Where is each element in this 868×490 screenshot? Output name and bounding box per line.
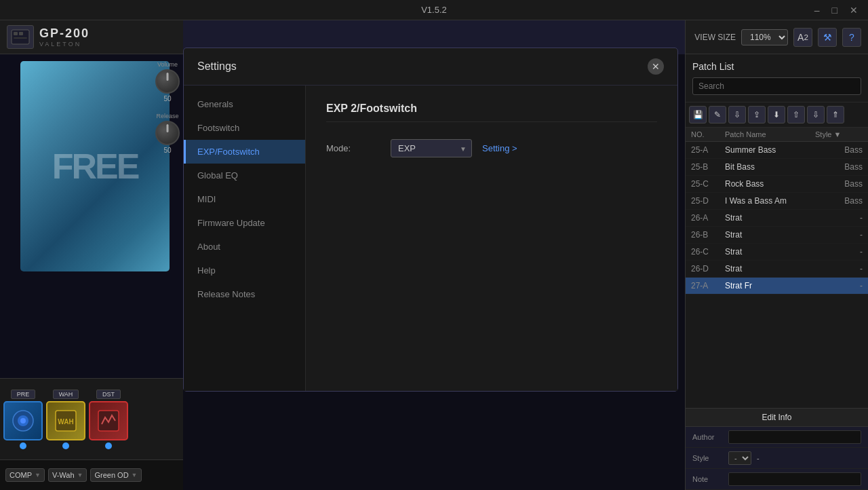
- view-size-wrapper[interactable]: 110% 100% 90%: [741, 29, 788, 45]
- settings-nav: Generals Footswitch EXP/Footswitch Globa…: [184, 86, 306, 391]
- table-row[interactable]: 26-B Strat -: [686, 227, 868, 244]
- nav-release-notes[interactable]: Release Notes: [184, 282, 305, 306]
- volume-knob[interactable]: [155, 69, 180, 94]
- mode-select-wrapper[interactable]: EXP Footswitch ▼: [391, 139, 472, 157]
- table-row[interactable]: 25-B Bit Bass Bass: [686, 159, 868, 176]
- svg-rect-1: [14, 32, 18, 35]
- right-panel: VIEW SIZE 110% 100% 90% A2 ⚒ ? Patch Lis…: [685, 20, 868, 490]
- setting-link[interactable]: Setting >: [482, 143, 517, 153]
- dst-dropdown[interactable]: Green OD ▼: [90, 468, 141, 482]
- nav-midi[interactable]: MIDI: [184, 187, 305, 211]
- author-input[interactable]: [728, 430, 861, 444]
- logo-sub-text: VALETON: [39, 41, 90, 48]
- release-knob[interactable]: [155, 121, 180, 145]
- effect-dst-icon[interactable]: [89, 401, 128, 440]
- view-size-select[interactable]: 110% 100% 90%: [741, 29, 788, 45]
- device-text: FREE: [52, 146, 138, 187]
- nav-help[interactable]: Help: [184, 259, 305, 282]
- nav-generals[interactable]: Generals: [184, 92, 305, 116]
- knob-area: Volume 50 Release 50: [155, 61, 180, 154]
- dst-arrow: ▼: [132, 472, 138, 478]
- settings-dialog: Settings ✕ Generals Footswitch EXP/Foots…: [183, 48, 678, 392]
- table-row[interactable]: 25-D I Was a Bass Am Bass: [686, 193, 868, 210]
- nav-footswitch[interactable]: Footswitch: [184, 116, 305, 140]
- effects-row: PRE WAH WAH: [0, 378, 183, 459]
- release-label: Release: [156, 113, 178, 119]
- export-icon[interactable]: ⇪: [748, 106, 766, 124]
- effect-pre-dot: [20, 442, 26, 449]
- nav-firmware-update[interactable]: Firmware Update: [184, 211, 305, 235]
- move-up-icon[interactable]: ⇧: [787, 106, 805, 124]
- effect-wah-icon[interactable]: WAH: [46, 401, 85, 440]
- search-input[interactable]: [692, 77, 861, 95]
- nav-exp-footswitch[interactable]: EXP/Footswitch: [184, 140, 305, 164]
- style-select[interactable]: -: [728, 451, 751, 465]
- right-header: VIEW SIZE 110% 100% 90% A2 ⚒ ?: [686, 20, 868, 54]
- svg-rect-2: [19, 32, 23, 35]
- bottom-controls: COMP ▼ V-Wah ▼ Green OD ▼: [0, 459, 183, 490]
- effect-wah-label: WAH: [53, 390, 79, 399]
- svg-rect-3: [14, 37, 27, 39]
- volume-label: Volume: [157, 61, 178, 68]
- col-style[interactable]: Style ▼: [815, 130, 863, 138]
- table-row[interactable]: 25-C Rock Bass Bass: [686, 176, 868, 193]
- maximize-button[interactable]: □: [829, 3, 841, 17]
- effect-dst-label: DST: [96, 390, 121, 399]
- sort-icon: ▼: [833, 130, 841, 138]
- table-row[interactable]: 26-D Strat -: [686, 261, 868, 278]
- style-label: Style: [692, 454, 723, 462]
- nav-about[interactable]: About: [184, 235, 305, 259]
- edit-info-title: Edit Info: [686, 409, 868, 427]
- mode-select[interactable]: EXP Footswitch: [391, 139, 472, 157]
- vwah-dropdown[interactable]: V-Wah ▼: [48, 468, 87, 482]
- edit-icon[interactable]: ✎: [709, 106, 726, 124]
- comp-arrow: ▼: [35, 472, 41, 478]
- release-value: 50: [163, 147, 171, 154]
- style-value2: -: [757, 454, 861, 462]
- move-down-icon[interactable]: ⇩: [807, 106, 825, 124]
- help-button[interactable]: ?: [842, 28, 861, 47]
- settings-close-button[interactable]: ✕: [648, 58, 664, 75]
- app-version: V1.5.2: [421, 5, 447, 15]
- save-icon[interactable]: 💾: [689, 106, 707, 124]
- edit-info-style-row: Style - -: [686, 448, 868, 469]
- col-no: NO.: [691, 130, 725, 138]
- effect-pre-label: PRE: [11, 390, 36, 399]
- download-icon[interactable]: ⬇: [768, 106, 785, 124]
- patch-table[interactable]: 25-A Summer Bass Bass 25-B Bit Bass Bass…: [686, 142, 868, 408]
- settings-body: Generals Footswitch EXP/Footswitch Globa…: [184, 86, 677, 391]
- logo-icon: [7, 25, 34, 49]
- logo-text: GP-200 VALETON: [39, 26, 90, 48]
- volume-knob-group: Volume 50: [155, 61, 180, 102]
- settings-mode-row: Mode: EXP Footswitch ▼ Setting >: [326, 139, 657, 157]
- svg-text:WAH: WAH: [58, 418, 73, 426]
- effect-dst[interactable]: DST: [89, 390, 128, 449]
- main-area: GP-200 VALETON FREE Volume 50 Release 50: [0, 20, 868, 490]
- close-button[interactable]: ✕: [846, 3, 861, 17]
- effect-pre-icon[interactable]: [3, 401, 43, 440]
- device-image: FREE: [20, 61, 170, 271]
- vwah-label: V-Wah: [52, 471, 75, 479]
- nav-global-eq[interactable]: Global EQ: [184, 164, 305, 187]
- table-row[interactable]: 26-A Strat -: [686, 210, 868, 227]
- table-row-active[interactable]: 27-A Strat Fr -: [686, 278, 868, 295]
- move-top-icon[interactable]: ⇑: [827, 106, 844, 124]
- table-row[interactable]: 26-C Strat -: [686, 244, 868, 261]
- settings-section-title: EXP 2/Footswitch: [326, 102, 657, 122]
- settings-title: Settings: [197, 60, 237, 73]
- table-row[interactable]: 25-A Summer Bass Bass: [686, 142, 868, 159]
- wrench-button[interactable]: ⚒: [818, 28, 837, 47]
- patch-list-header: Patch List: [686, 54, 868, 102]
- device-area: FREE Volume 50 Release 50: [0, 54, 183, 378]
- comp-dropdown[interactable]: COMP ▼: [5, 468, 45, 482]
- svg-point-6: [20, 418, 26, 423]
- effect-pre[interactable]: PRE: [3, 390, 43, 449]
- note-input[interactable]: [728, 472, 861, 486]
- settings-header: Settings ✕: [184, 48, 677, 86]
- import-icon[interactable]: ⇩: [728, 106, 746, 124]
- font-button[interactable]: A2: [793, 28, 812, 47]
- title-bar: V1.5.2 – □ ✕: [0, 0, 868, 20]
- effect-wah[interactable]: WAH WAH: [46, 390, 85, 449]
- edit-info-panel: Edit Info Author Style - - Note: [686, 408, 868, 490]
- minimize-button[interactable]: –: [811, 3, 823, 17]
